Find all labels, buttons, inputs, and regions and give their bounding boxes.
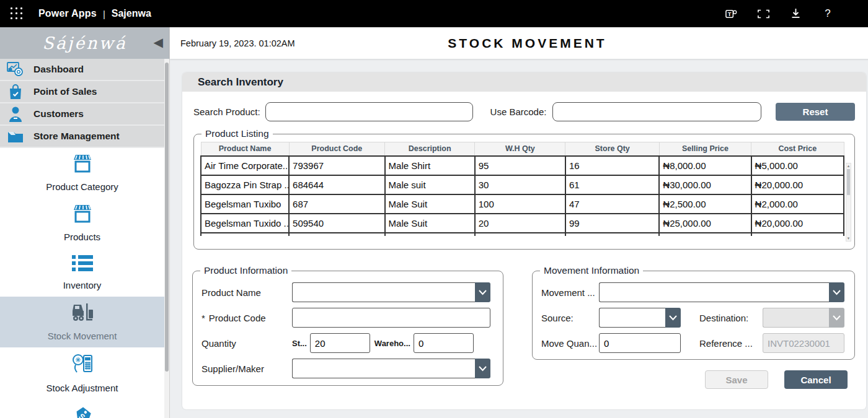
scroll-up-icon[interactable]: ▲ [846, 163, 851, 168]
sidebar-scrollbar[interactable] [164, 59, 169, 418]
table-row[interactable]: Air Time Corporate... 793967 Male Shirt … [201, 156, 844, 175]
product-name-dropdown-input[interactable] [292, 282, 475, 302]
column-header[interactable]: Product Name [201, 142, 289, 156]
sidebar-scrollbar-thumb[interactable] [165, 63, 169, 372]
cell-selling-price[interactable]: ₦25,000.00 [659, 214, 751, 233]
storefront-icon [72, 204, 93, 227]
cell-product-name[interactable]: Begelsman Tuxido ... [201, 214, 289, 233]
column-header[interactable]: Product Code [289, 142, 385, 156]
price-tag-icon: S [71, 405, 94, 418]
sidebar-subitem-stock-adjustment[interactable]: Stock Adjustment [0, 347, 164, 399]
cell-selling-price[interactable]: ₦8,000.00 [659, 156, 751, 175]
source-dropdown-input[interactable] [599, 308, 665, 328]
warehouse-qty-input[interactable] [414, 333, 474, 353]
product-code-label: *Product Code [202, 313, 292, 323]
search-product-label: Search Product: [193, 107, 260, 117]
table-row[interactable]: Begelsman Tuxido ... 509540 Male Suit 20… [201, 214, 844, 233]
shopping-bag-icon [6, 83, 25, 100]
source-dropdown[interactable] [599, 308, 681, 328]
table-scrollbar[interactable]: ▲ ▼ [846, 163, 851, 242]
supplier-dropdown[interactable] [292, 359, 490, 378]
scanner-calculator-icon [71, 353, 94, 378]
cell-store-qty[interactable]: 47 [565, 194, 659, 214]
sidebar-collapse-icon[interactable]: ◀ [154, 36, 163, 48]
cell-description[interactable]: Male Suit [385, 194, 475, 214]
chevron-down-icon[interactable] [829, 282, 844, 302]
reset-button[interactable]: Reset [776, 103, 855, 121]
forklift-icon [70, 302, 95, 326]
cell-product-name[interactable]: Air Time Corporate... [201, 156, 289, 175]
cell-description[interactable]: Male Shirt [385, 156, 475, 175]
cell-store-qty[interactable]: 16 [565, 156, 659, 175]
cell-wh-qty[interactable]: 100 [475, 194, 565, 214]
cell-description[interactable]: Male suit [385, 175, 475, 194]
move-quantity-input[interactable] [599, 333, 681, 353]
sidebar-item-point-of-sales[interactable]: Point of Sales [0, 81, 164, 103]
product-code-input[interactable] [292, 308, 490, 328]
search-inventory-panel: Search Inventory Search Product: Use Bar… [182, 72, 866, 409]
required-marker: * [202, 313, 205, 323]
cell-selling-price[interactable]: ₦2,500.00 [659, 194, 751, 214]
chevron-down-icon[interactable] [665, 308, 681, 328]
movement-type-dropdown[interactable] [599, 282, 844, 302]
barcode-input[interactable] [552, 102, 761, 121]
movement-information-fieldset: Movement Information Movement ... Source… [532, 271, 855, 360]
column-header[interactable]: Selling Price [659, 142, 751, 156]
table-row[interactable]: Bagozza Pin Strap ... 684644 Male suit 3… [201, 175, 844, 194]
search-product-input[interactable] [265, 102, 473, 121]
cell-product-code[interactable]: 687 [289, 194, 385, 214]
quantity-label: Quantity [202, 338, 292, 349]
sidebar-subitem-inventory[interactable]: Inventory [0, 248, 164, 297]
cell-cost-price[interactable]: ₦2,000.00 [751, 194, 844, 214]
sidebar-subitem-product-category[interactable]: Product Category [0, 148, 164, 198]
store-qty-input[interactable] [310, 333, 370, 353]
column-header[interactable]: Description [385, 142, 475, 156]
movement-type-dropdown-input[interactable] [599, 282, 829, 302]
table-row[interactable]: Begelsman Tuxibo 687 Male Suit 100 47 ₦2… [201, 194, 844, 214]
cell-selling-price[interactable]: ₦30,000.00 [659, 175, 751, 194]
cell-product-code[interactable]: 684644 [289, 175, 385, 194]
reference-number-input [763, 333, 844, 353]
column-header[interactable]: Store Qty [565, 142, 659, 156]
product-name-dropdown[interactable] [292, 282, 490, 302]
sidebar-item-dashboard[interactable]: Dashboard [0, 59, 164, 81]
cell-cost-price[interactable]: ₦20,000.00 [751, 214, 844, 233]
table-header-row: Product Name Product Code Description W.… [201, 142, 844, 156]
sidebar-item-store-management[interactable]: Store Management [0, 126, 164, 148]
cell-wh-qty[interactable]: 20 [475, 214, 565, 233]
cell-store-qty[interactable]: 61 [565, 175, 659, 194]
app-launcher-waffle-icon[interactable] [6, 3, 27, 24]
cell-product-name[interactable]: Begelsman Tuxibo [201, 194, 289, 214]
column-header[interactable]: Cost Price [751, 142, 844, 156]
column-header[interactable]: W.H Qty [475, 142, 565, 156]
sidebar-subitem-products[interactable]: Products [0, 198, 164, 248]
chevron-down-icon[interactable] [475, 359, 490, 378]
cell-cost-price[interactable]: ₦5,000.00 [751, 156, 844, 175]
table-scrollbar-thumb[interactable] [847, 169, 850, 195]
product-listing-table: Product Name Product Code Description W.… [200, 142, 844, 236]
move-quantity-label: Move Quan... [541, 338, 599, 349]
chevron-down-icon[interactable] [475, 282, 490, 302]
cancel-button[interactable]: Cancel [784, 370, 848, 389]
cell-product-code[interactable]: 793967 [289, 156, 385, 175]
app-name: Sajenwa [112, 8, 151, 19]
save-button[interactable]: Save [705, 370, 768, 389]
sidebar-subitem-product-price[interactable]: S Product Price [0, 399, 164, 418]
sidebar: Sájénwá ◀ Dashboard Point of Sales Cu [0, 27, 169, 418]
cell-product-code[interactable]: 509540 [289, 214, 385, 233]
cell-product-name[interactable]: Bagozza Pin Strap ... [201, 175, 289, 194]
help-icon[interactable]: ? [821, 7, 835, 20]
store-management-submenu: Product Category Products Inventory [0, 148, 164, 418]
sidebar-subitem-stock-movement[interactable]: Stock Movement [0, 297, 164, 347]
cell-description[interactable]: Male Suit [385, 214, 475, 233]
supplier-dropdown-input[interactable] [292, 359, 475, 378]
scroll-down-icon[interactable]: ▼ [846, 236, 851, 241]
cell-cost-price[interactable]: ₦20,000.00 [751, 175, 844, 194]
cell-wh-qty[interactable]: 95 [475, 156, 565, 175]
fit-to-window-icon[interactable] [756, 7, 770, 20]
download-icon[interactable] [789, 7, 802, 20]
cell-wh-qty[interactable]: 30 [475, 175, 565, 194]
teams-icon[interactable]: T [724, 7, 738, 20]
sidebar-item-customers[interactable]: Customers [0, 103, 164, 126]
cell-store-qty[interactable]: 99 [565, 214, 659, 233]
